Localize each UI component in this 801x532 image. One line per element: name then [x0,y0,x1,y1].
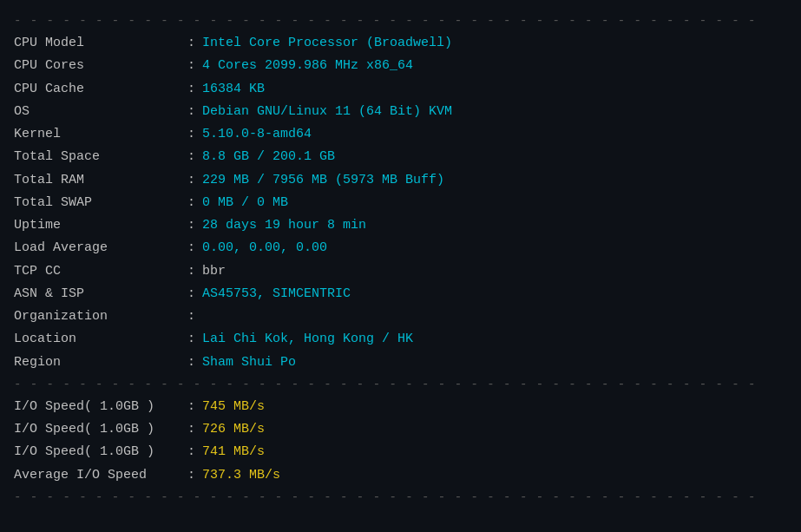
io-colon-0: : [187,397,195,417]
row-colon-6: : [187,170,195,190]
row-colon-12: : [187,306,195,326]
info-row-12: Organization : [14,306,787,326]
row-label-10: TCP CC [14,261,187,281]
row-label-1: CPU Cores [14,56,187,76]
row-colon-4: : [187,124,195,144]
divider-mid: - - - - - - - - - - - - - - - - - - - - … [14,378,787,391]
divider-top: - - - - - - - - - - - - - - - - - - - - … [14,14,787,28]
io-row-1: I/O Speed( 1.0GB ): 726 MB/s [14,419,787,439]
row-colon-2: : [187,79,195,99]
io-value-0: 745 MB/s [202,397,265,417]
io-label-1: I/O Speed( 1.0GB ) [14,419,187,439]
row-colon-7: : [187,193,195,213]
row-label-6: Total RAM [14,170,187,190]
io-row-0: I/O Speed( 1.0GB ): 745 MB/s [14,397,787,417]
row-value-6: 229 MB / 7956 MB (5973 MB Buff) [202,170,444,190]
io-colon-1: : [187,419,195,439]
io-label-3: Average I/O Speed [14,465,187,485]
info-row-9: Load Average : 0.00, 0.00, 0.00 [14,238,787,258]
row-label-0: CPU Model [14,33,187,53]
row-value-2: 16384 KB [202,79,265,99]
row-colon-0: : [187,33,195,53]
row-colon-14: : [187,352,195,372]
row-value-7: 0 MB / 0 MB [202,193,288,213]
io-value-2: 741 MB/s [202,442,265,462]
info-row-0: CPU Model : Intel Core Processor (Broadw… [14,33,787,53]
info-row-14: Region : Sham Shui Po [14,352,787,372]
row-label-4: Kernel [14,124,187,144]
info-row-13: Location : Lai Chi Kok, Hong Kong / HK [14,329,787,349]
row-label-7: Total SWAP [14,193,187,213]
row-colon-1: : [187,56,195,76]
row-value-1: 4 Cores 2099.986 MHz x86_64 [202,56,413,76]
info-row-5: Total Space : 8.8 GB / 200.1 GB [14,147,787,167]
main-info-section: CPU Model : Intel Core Processor (Broadw… [14,33,787,372]
row-label-5: Total Space [14,147,187,167]
row-label-3: OS [14,102,187,122]
io-label-0: I/O Speed( 1.0GB ) [14,397,187,417]
io-row-2: I/O Speed( 1.0GB ): 741 MB/s [14,442,787,462]
row-value-10: bbr [202,261,226,281]
info-row-1: CPU Cores : 4 Cores 2099.986 MHz x86_64 [14,56,787,76]
row-value-3: Debian GNU/Linux 11 (64 Bit) KVM [202,102,452,122]
row-colon-3: : [187,102,195,122]
io-value-1: 726 MB/s [202,419,265,439]
info-row-8: Uptime : 28 days 19 hour 8 min [14,215,787,235]
info-row-2: CPU Cache : 16384 KB [14,79,787,99]
row-value-11: AS45753, SIMCENTRIC [202,284,351,304]
info-row-10: TCP CC : bbr [14,261,787,281]
row-value-5: 8.8 GB / 200.1 GB [202,147,335,167]
terminal-container: - - - - - - - - - - - - - - - - - - - - … [0,0,801,532]
row-value-13: Lai Chi Kok, Hong Kong / HK [202,329,413,349]
row-colon-10: : [187,261,195,281]
row-colon-9: : [187,238,195,258]
row-label-13: Location [14,329,187,349]
row-colon-5: : [187,147,195,167]
io-colon-3: : [187,465,195,485]
row-label-8: Uptime [14,215,187,235]
row-value-14: Sham Shui Po [202,352,296,372]
row-label-9: Load Average [14,238,187,258]
info-row-7: Total SWAP : 0 MB / 0 MB [14,193,787,213]
info-row-11: ASN & ISP : AS45753, SIMCENTRIC [14,284,787,304]
row-colon-11: : [187,284,195,304]
row-label-12: Organization [14,306,187,326]
row-value-8: 28 days 19 hour 8 min [202,215,366,235]
divider-bot: - - - - - - - - - - - - - - - - - - - - … [14,490,787,504]
row-label-14: Region [14,352,187,372]
io-colon-2: : [187,442,195,462]
io-info-section: I/O Speed( 1.0GB ): 745 MB/sI/O Speed( 1… [14,397,787,485]
io-label-2: I/O Speed( 1.0GB ) [14,442,187,462]
row-value-0: Intel Core Processor (Broadwell) [202,33,452,53]
info-row-4: Kernel : 5.10.0-8-amd64 [14,124,787,144]
row-colon-8: : [187,215,195,235]
info-row-6: Total RAM : 229 MB / 7956 MB (5973 MB Bu… [14,170,787,190]
row-label-2: CPU Cache [14,79,187,99]
row-label-11: ASN & ISP [14,284,187,304]
io-value-3: 737.3 MB/s [202,465,280,485]
row-value-4: 5.10.0-8-amd64 [202,124,312,144]
row-colon-13: : [187,329,195,349]
info-row-3: OS : Debian GNU/Linux 11 (64 Bit) KVM [14,102,787,122]
io-row-3: Average I/O Speed: 737.3 MB/s [14,465,787,485]
row-value-9: 0.00, 0.00, 0.00 [202,238,327,258]
